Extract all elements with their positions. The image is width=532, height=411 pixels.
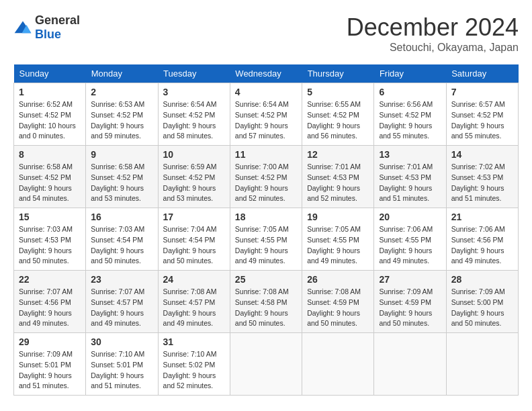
day-info: Sunrise: 7:03 AM Sunset: 4:54 PM Dayligh… <box>91 224 152 267</box>
logo: General Blue <box>13 13 80 42</box>
calendar-table: Sunday Monday Tuesday Wednesday Thursday… <box>13 64 519 396</box>
table-row: 9 Sunrise: 6:58 AM Sunset: 4:52 PM Dayli… <box>86 146 158 208</box>
day-info: Sunrise: 7:06 AM Sunset: 4:55 PM Dayligh… <box>379 224 441 267</box>
day-number: 4 <box>235 87 297 97</box>
day-info: Sunrise: 7:09 AM Sunset: 5:00 PM Dayligh… <box>451 287 513 329</box>
day-info: Sunrise: 7:09 AM Sunset: 5:01 PM Dayligh… <box>19 349 81 392</box>
day-number: 19 <box>307 212 369 222</box>
table-row: 2 Sunrise: 6:53 AM Sunset: 4:52 PM Dayli… <box>86 83 158 146</box>
day-number: 13 <box>379 149 441 160</box>
day-info: Sunrise: 7:08 AM Sunset: 4:59 PM Dayligh… <box>307 287 369 329</box>
table-row <box>446 333 518 396</box>
table-row: 25 Sunrise: 7:08 AM Sunset: 4:58 PM Dayl… <box>230 271 302 333</box>
logo-blue: Blue <box>35 28 61 41</box>
day-info: Sunrise: 7:08 AM Sunset: 4:58 PM Dayligh… <box>235 287 297 329</box>
day-info: Sunrise: 7:01 AM Sunset: 4:53 PM Dayligh… <box>379 162 441 204</box>
day-number: 28 <box>451 274 513 285</box>
day-number: 9 <box>91 149 152 160</box>
day-info: Sunrise: 7:01 AM Sunset: 4:53 PM Dayligh… <box>307 162 369 204</box>
table-row: 22 Sunrise: 7:07 AM Sunset: 4:56 PM Dayl… <box>14 271 86 333</box>
table-row: 20 Sunrise: 7:06 AM Sunset: 4:55 PM Dayl… <box>374 208 446 271</box>
calendar-header-row: Sunday Monday Tuesday Wednesday Thursday… <box>14 64 519 83</box>
table-row: 15 Sunrise: 7:03 AM Sunset: 4:53 PM Dayl… <box>14 208 86 271</box>
table-row: 17 Sunrise: 7:04 AM Sunset: 4:54 PM Dayl… <box>158 208 230 271</box>
day-number: 3 <box>163 87 225 97</box>
day-info: Sunrise: 6:59 AM Sunset: 4:52 PM Dayligh… <box>163 162 225 204</box>
calendar-week-row: 22 Sunrise: 7:07 AM Sunset: 4:56 PM Dayl… <box>14 271 519 333</box>
calendar-week-row: 8 Sunrise: 6:58 AM Sunset: 4:52 PM Dayli… <box>14 146 519 208</box>
day-number: 8 <box>19 149 81 160</box>
day-number: 12 <box>307 149 369 160</box>
day-number: 27 <box>379 274 441 285</box>
col-sunday: Sunday <box>14 64 86 83</box>
day-info: Sunrise: 6:57 AM Sunset: 4:52 PM Dayligh… <box>451 99 513 142</box>
table-row: 26 Sunrise: 7:08 AM Sunset: 4:59 PM Dayl… <box>302 271 374 333</box>
day-info: Sunrise: 6:54 AM Sunset: 4:52 PM Dayligh… <box>163 99 225 142</box>
location-title: Setouchi, Okayama, Japan <box>347 42 519 54</box>
day-info: Sunrise: 7:06 AM Sunset: 4:56 PM Dayligh… <box>451 224 513 267</box>
day-number: 16 <box>91 212 152 222</box>
day-info: Sunrise: 7:08 AM Sunset: 4:57 PM Dayligh… <box>163 287 225 329</box>
day-info: Sunrise: 6:56 AM Sunset: 4:52 PM Dayligh… <box>379 99 441 142</box>
table-row: 3 Sunrise: 6:54 AM Sunset: 4:52 PM Dayli… <box>158 83 230 146</box>
day-number: 31 <box>163 336 225 347</box>
calendar-week-row: 1 Sunrise: 6:52 AM Sunset: 4:52 PM Dayli… <box>14 83 519 146</box>
day-info: Sunrise: 6:58 AM Sunset: 4:52 PM Dayligh… <box>19 162 81 204</box>
table-row: 13 Sunrise: 7:01 AM Sunset: 4:53 PM Dayl… <box>374 146 446 208</box>
day-number: 26 <box>307 274 369 285</box>
day-number: 14 <box>451 149 513 160</box>
day-number: 22 <box>19 274 81 285</box>
table-row: 5 Sunrise: 6:55 AM Sunset: 4:52 PM Dayli… <box>302 83 374 146</box>
day-number: 11 <box>235 149 297 160</box>
day-number: 29 <box>19 336 81 347</box>
day-number: 6 <box>379 87 441 97</box>
col-tuesday: Tuesday <box>158 64 230 83</box>
day-number: 30 <box>91 336 152 347</box>
day-info: Sunrise: 7:04 AM Sunset: 4:54 PM Dayligh… <box>163 224 225 267</box>
day-info: Sunrise: 7:05 AM Sunset: 4:55 PM Dayligh… <box>307 224 369 267</box>
table-row: 30 Sunrise: 7:10 AM Sunset: 5:01 PM Dayl… <box>86 333 158 396</box>
title-block: December 2024 Setouchi, Okayama, Japan <box>347 13 519 54</box>
table-row: 14 Sunrise: 7:02 AM Sunset: 4:53 PM Dayl… <box>446 146 518 208</box>
logo-general: General <box>35 13 80 27</box>
day-info: Sunrise: 7:03 AM Sunset: 4:53 PM Dayligh… <box>19 224 81 267</box>
table-row: 19 Sunrise: 7:05 AM Sunset: 4:55 PM Dayl… <box>302 208 374 271</box>
day-info: Sunrise: 7:00 AM Sunset: 4:52 PM Dayligh… <box>235 162 297 204</box>
table-row: 8 Sunrise: 6:58 AM Sunset: 4:52 PM Dayli… <box>14 146 86 208</box>
table-row: 16 Sunrise: 7:03 AM Sunset: 4:54 PM Dayl… <box>86 208 158 271</box>
day-number: 23 <box>91 274 152 285</box>
day-number: 7 <box>451 87 513 97</box>
day-info: Sunrise: 6:58 AM Sunset: 4:52 PM Dayligh… <box>91 162 152 204</box>
table-row: 21 Sunrise: 7:06 AM Sunset: 4:56 PM Dayl… <box>446 208 518 271</box>
table-row: 10 Sunrise: 6:59 AM Sunset: 4:52 PM Dayl… <box>158 146 230 208</box>
table-row: 27 Sunrise: 7:09 AM Sunset: 4:59 PM Dayl… <box>374 271 446 333</box>
col-wednesday: Wednesday <box>230 64 302 83</box>
day-number: 2 <box>91 87 152 97</box>
table-row <box>374 333 446 396</box>
day-number: 18 <box>235 212 297 222</box>
day-info: Sunrise: 6:55 AM Sunset: 4:52 PM Dayligh… <box>307 99 369 142</box>
table-row: 12 Sunrise: 7:01 AM Sunset: 4:53 PM Dayl… <box>302 146 374 208</box>
day-info: Sunrise: 7:10 AM Sunset: 5:02 PM Dayligh… <box>163 349 225 392</box>
day-info: Sunrise: 6:53 AM Sunset: 4:52 PM Dayligh… <box>91 99 152 142</box>
col-thursday: Thursday <box>302 64 374 83</box>
day-number: 24 <box>163 274 225 285</box>
logo-text: General Blue <box>35 13 80 42</box>
day-number: 15 <box>19 212 81 222</box>
table-row: 4 Sunrise: 6:54 AM Sunset: 4:52 PM Dayli… <box>230 83 302 146</box>
logo-icon <box>13 20 32 35</box>
table-row: 23 Sunrise: 7:07 AM Sunset: 4:57 PM Dayl… <box>86 271 158 333</box>
table-row: 28 Sunrise: 7:09 AM Sunset: 5:00 PM Dayl… <box>446 271 518 333</box>
day-number: 25 <box>235 274 297 285</box>
day-info: Sunrise: 6:52 AM Sunset: 4:52 PM Dayligh… <box>19 99 81 142</box>
table-row: 31 Sunrise: 7:10 AM Sunset: 5:02 PM Dayl… <box>158 333 230 396</box>
table-row: 6 Sunrise: 6:56 AM Sunset: 4:52 PM Dayli… <box>374 83 446 146</box>
month-title: December 2024 <box>347 13 519 42</box>
day-number: 17 <box>163 212 225 222</box>
col-monday: Monday <box>86 64 158 83</box>
table-row <box>230 333 302 396</box>
day-info: Sunrise: 7:07 AM Sunset: 4:56 PM Dayligh… <box>19 287 81 329</box>
table-row: 7 Sunrise: 6:57 AM Sunset: 4:52 PM Dayli… <box>446 83 518 146</box>
col-friday: Friday <box>374 64 446 83</box>
day-number: 21 <box>451 212 513 222</box>
